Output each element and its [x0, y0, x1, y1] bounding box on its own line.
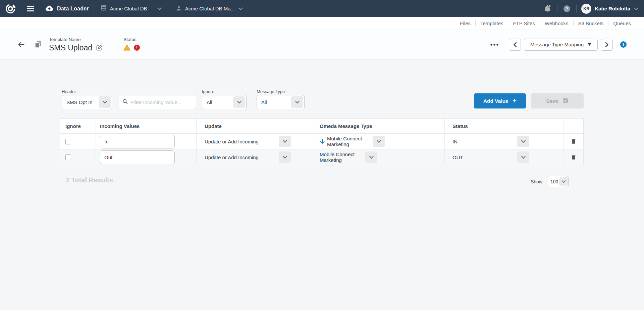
update-select[interactable]: Update or Add Incoming — [205, 150, 292, 164]
topbar-right-group: ? KR Katie Robilotta — [543, 4, 639, 14]
chevron-down-icon — [233, 96, 245, 108]
nav-link-files[interactable]: Files — [455, 20, 475, 26]
incoming-value-cell — [96, 134, 197, 149]
page-size-group: Show: 100 — [531, 176, 569, 187]
table-header-row: Ignore Incoming Values Update Omeda Mess… — [60, 119, 583, 133]
mapping-step-label: Message Type Mapping — [530, 42, 584, 47]
info-icon[interactable]: i — [620, 41, 627, 48]
chevron-down-icon — [517, 136, 529, 147]
previous-step-button[interactable] — [509, 39, 521, 51]
message-type-filter-select[interactable]: All — [257, 95, 305, 109]
actions-cell — [564, 149, 583, 165]
header-right-controls: Message Type Mapping i — [490, 39, 627, 51]
header-filter-value: SMS Opt In — [62, 99, 98, 105]
incoming-value-input[interactable] — [100, 135, 175, 148]
copy-template-icon[interactable] — [35, 41, 42, 48]
chevron-down-icon — [373, 136, 385, 147]
error-icon[interactable]: ! — [134, 45, 140, 52]
profile-selector[interactable]: Acme Global DB Ma... — [174, 5, 245, 12]
ignore-filter-value: All — [202, 99, 232, 105]
header-filter-select[interactable]: SMS Opt In — [62, 95, 112, 109]
mapping-table: Ignore Incoming Values Update Omeda Mess… — [60, 118, 584, 165]
status-label: Status — [123, 37, 140, 42]
incoming-value-cell — [96, 149, 197, 165]
delete-row-icon[interactable] — [571, 138, 577, 145]
column-header-omeda-message-type: Omeda Message Type — [315, 119, 445, 133]
hamburger-menu-button[interactable] — [25, 4, 36, 13]
filter-search-box — [118, 95, 196, 109]
omeda-message-type-select[interactable]: Mobile Connect Marketing — [327, 135, 386, 148]
status-select[interactable]: IN — [452, 135, 530, 148]
column-header-status: Status — [445, 119, 564, 133]
nav-link-queues[interactable]: Queues — [608, 20, 636, 26]
help-icon[interactable]: ? — [562, 4, 572, 13]
save-button[interactable]: Save — [531, 93, 584, 108]
warning-icon[interactable]: ! — [123, 44, 130, 52]
more-actions-icon[interactable] — [490, 43, 499, 46]
filter-incoming-value-input[interactable] — [130, 99, 191, 105]
page-size-select[interactable]: 100 — [547, 176, 569, 187]
database-selector-value: Acme Global DB — [110, 6, 154, 11]
actions-cell — [564, 134, 583, 149]
svg-text:!: ! — [136, 45, 138, 50]
status-cell: IN — [445, 134, 564, 149]
ignore-checkbox[interactable] — [65, 139, 71, 144]
notifications-bell-icon[interactable] — [543, 4, 552, 13]
update-select[interactable]: Update or Add Incoming — [205, 135, 292, 148]
mapping-step-selector[interactable]: Message Type Mapping — [524, 39, 598, 51]
template-name-block: Template Name SMS Upload — [49, 37, 103, 52]
omeda-logo-icon[interactable] — [4, 2, 17, 15]
update-select-value: Update or Add Incoming — [205, 154, 259, 160]
back-button[interactable] — [17, 41, 26, 49]
chevron-down-icon — [99, 96, 111, 108]
update-cell: Update or Add Incoming — [197, 149, 315, 165]
omeda-message-type-select[interactable]: Mobile Connect Marketing — [320, 150, 378, 164]
nav-link-ftp-sites[interactable]: FTP Sites — [508, 20, 540, 26]
status-block: Status ! ! — [123, 37, 140, 52]
status-select[interactable]: OUT — [452, 150, 530, 164]
user-name: Katie Robilotta — [595, 6, 630, 11]
page-size-value: 100 — [547, 179, 558, 184]
search-icon — [122, 99, 128, 105]
database-selector[interactable]: Acme Global DB — [99, 5, 164, 12]
main-content: Header SMS Opt In Ignore All Message Typ… — [0, 59, 644, 310]
message-type-filter-value: All — [257, 99, 290, 105]
divider — [94, 4, 94, 13]
download-arrow-icon — [320, 138, 325, 144]
edit-template-name-icon[interactable] — [95, 44, 103, 52]
page-header: Template Name SMS Upload Status ! — [0, 30, 644, 59]
secondary-nav: Files Templates FTP Sites Webhooks S3 Bu… — [0, 17, 644, 30]
ignore-filter-select[interactable]: All — [202, 95, 247, 109]
table-row: Update or Add Incoming Mobile Connect Ma… — [60, 149, 583, 165]
ignore-cell — [60, 134, 96, 149]
add-value-button[interactable]: Add Value + — [474, 93, 526, 108]
chevron-down-icon — [279, 136, 291, 147]
delete-row-icon[interactable] — [571, 154, 577, 161]
update-select-value: Update or Add Incoming — [205, 139, 259, 144]
table-row: Update or Add Incoming Mobile Connect Ma… — [60, 133, 583, 149]
save-disk-icon — [562, 97, 569, 105]
svg-text:i: i — [623, 42, 624, 47]
chevron-down-icon — [365, 151, 377, 163]
incoming-value-input[interactable] — [100, 150, 175, 164]
status-select-value: OUT — [452, 154, 463, 160]
update-cell: Update or Add Incoming — [197, 134, 315, 149]
chevron-down-icon — [157, 6, 162, 11]
user-avatar[interactable]: KR — [581, 4, 591, 14]
nav-link-templates[interactable]: Templates — [476, 20, 508, 26]
chevron-down-icon — [238, 6, 243, 11]
database-icon — [101, 5, 107, 12]
message-type-filter-label: Message Type — [257, 89, 285, 94]
nav-link-webhooks[interactable]: Webhooks — [540, 20, 573, 26]
next-step-button[interactable] — [601, 39, 613, 51]
chevron-down-icon — [559, 177, 568, 186]
nav-link-s3-buckets[interactable]: S3 Buckets — [574, 20, 608, 26]
show-label: Show: — [531, 179, 544, 184]
header-filter-label: Header — [62, 89, 76, 94]
divider — [169, 4, 169, 13]
profile-selector-value: Acme Global DB Ma... — [185, 6, 235, 11]
chevron-down-icon[interactable] — [634, 7, 639, 10]
top-navbar: Data Loader Acme Global DB Acme Global D… — [0, 0, 644, 17]
add-value-label: Add Value — [483, 98, 508, 104]
ignore-checkbox[interactable] — [65, 154, 71, 160]
